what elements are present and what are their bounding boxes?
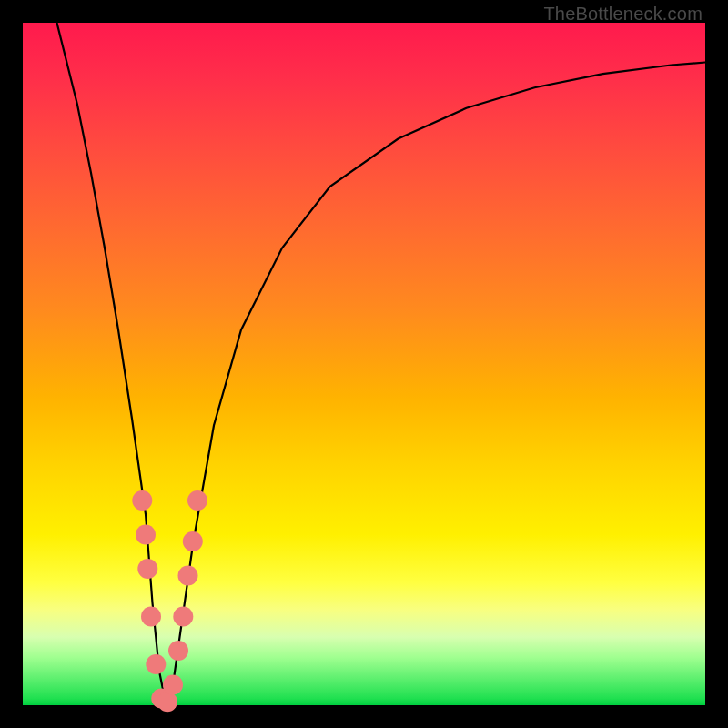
- watermark-text: TheBottleneck.com: [543, 4, 703, 25]
- data-marker: [183, 531, 203, 551]
- bottleneck-curve: [57, 23, 706, 705]
- data-marker: [178, 566, 198, 586]
- chart-frame: TheBottleneck.com: [0, 0, 728, 728]
- chart-svg: [0, 0, 728, 728]
- data-marker: [173, 607, 193, 627]
- data-marker: [157, 692, 177, 712]
- data-marker: [168, 641, 188, 661]
- data-marker: [136, 525, 156, 545]
- data-marker: [141, 607, 161, 627]
- data-marker: [132, 490, 152, 511]
- data-marker: [163, 675, 183, 695]
- curve-layer: [57, 23, 706, 705]
- data-marker: [137, 559, 157, 579]
- data-marker: [146, 654, 166, 674]
- data-marker: [187, 490, 207, 511]
